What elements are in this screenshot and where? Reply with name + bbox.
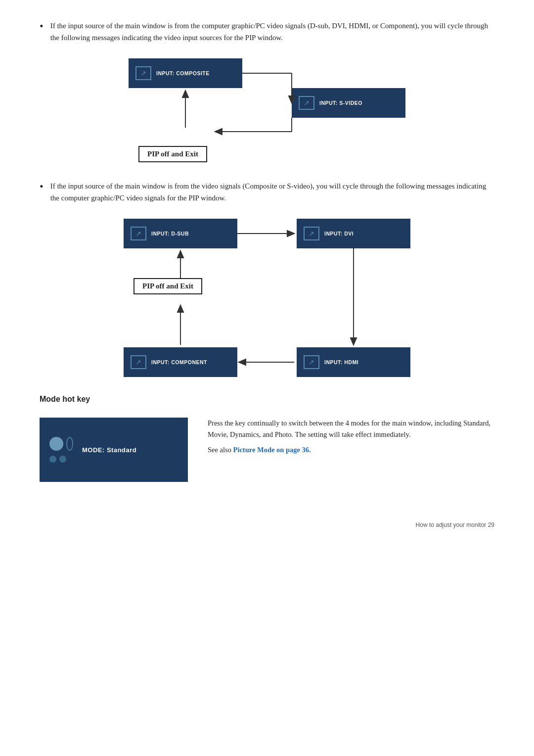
svg-marker-15	[178, 305, 183, 312]
mode-description-container: Press the key continually to switch betw…	[208, 418, 494, 456]
mode-icons	[49, 437, 73, 463]
see-also-prefix: See also	[208, 446, 233, 454]
bullet-item-2: • If the input source of the main window…	[40, 180, 494, 204]
mode-content: MODE: Standard Press the key continually…	[40, 418, 494, 482]
bullet-section-2: • If the input source of the main window…	[40, 180, 494, 204]
svideo-label: INPUT: S-video	[319, 100, 362, 106]
dvi-icon: ↗	[304, 227, 319, 240]
mode-dot-small-1	[49, 456, 56, 463]
mode-dot-small-2	[59, 456, 66, 463]
mode-icon-row-top	[49, 437, 73, 451]
component-label: INPUT: Component	[151, 359, 207, 365]
mode-description-text: Press the key continually to switch betw…	[208, 418, 494, 440]
box-dvi: ↗ INPUT: DVI	[297, 219, 410, 248]
box-composite: ↗ INPUT: Composite	[129, 58, 242, 88]
mode-see-also: See also Picture Mode on page 36.	[208, 444, 494, 456]
mode-display-box: MODE: Standard	[40, 418, 188, 482]
composite-label: INPUT: Composite	[156, 70, 210, 76]
pip-label-2: PIP off and Exit	[134, 278, 202, 294]
bullet-dot-1: •	[40, 19, 44, 34]
svg-marker-11	[351, 338, 356, 345]
pip-box-1: PIP off and Exit	[138, 146, 207, 162]
bullet-item-1: • If the input source of the main window…	[40, 20, 494, 44]
hdmi-icon: ↗	[304, 355, 319, 369]
mode-dot-ring	[66, 437, 73, 451]
hdmi-label: INPUT: HDMI	[324, 359, 358, 365]
svg-marker-17	[178, 251, 183, 258]
mode-icon-row-bottom	[49, 454, 73, 463]
mode-hot-key-title: Mode hot key	[40, 395, 494, 404]
mode-box-label: MODE: Standard	[82, 446, 136, 454]
page-footer: How to adjust your monitor 29	[40, 521, 494, 528]
bullet-section-1: • If the input source of the main window…	[40, 20, 494, 44]
svg-marker-7	[182, 91, 188, 97]
diagram-2: ↗ INPUT: D-sub ↗ INPUT: DVI PIP off and …	[124, 219, 410, 377]
svideo-icon: ↗	[299, 96, 314, 110]
bullet-text-1: If the input source of the main window i…	[50, 20, 494, 44]
box-component: ↗ INPUT: Component	[124, 347, 237, 377]
box-dsub: ↗ INPUT: D-sub	[124, 219, 237, 248]
bullet-text-2: If the input source of the main window i…	[50, 180, 494, 204]
mode-section: Mode hot key MODE: Standard Press the ke…	[40, 395, 494, 482]
dsub-icon: ↗	[131, 227, 146, 240]
see-also-link[interactable]: Picture Mode on page 36.	[233, 446, 311, 454]
dvi-label: INPUT: DVI	[324, 231, 354, 236]
svg-marker-5	[215, 129, 222, 135]
svg-marker-9	[287, 231, 294, 236]
footer-text: How to adjust your monitor 29	[416, 521, 494, 528]
svg-marker-13	[239, 359, 246, 365]
bullet-dot-2: •	[40, 179, 44, 194]
box-svideo: ↗ INPUT: S-video	[292, 88, 405, 118]
dsub-label: INPUT: D-sub	[151, 231, 189, 236]
mode-dot-large	[49, 437, 63, 451]
diagram-1: ↗ INPUT: Composite ↗ INPUT: S-video PIP …	[129, 58, 405, 162]
pip-box-2: PIP off and Exit	[134, 278, 202, 294]
composite-icon: ↗	[135, 66, 151, 80]
diagram-1-container: ↗ INPUT: Composite ↗ INPUT: S-video PIP …	[40, 58, 494, 162]
diagram-2-container: ↗ INPUT: D-sub ↗ INPUT: DVI PIP off and …	[40, 219, 494, 377]
box-hdmi: ↗ INPUT: HDMI	[297, 347, 410, 377]
component-icon: ↗	[131, 355, 146, 369]
pip-label-1: PIP off and Exit	[138, 146, 207, 162]
